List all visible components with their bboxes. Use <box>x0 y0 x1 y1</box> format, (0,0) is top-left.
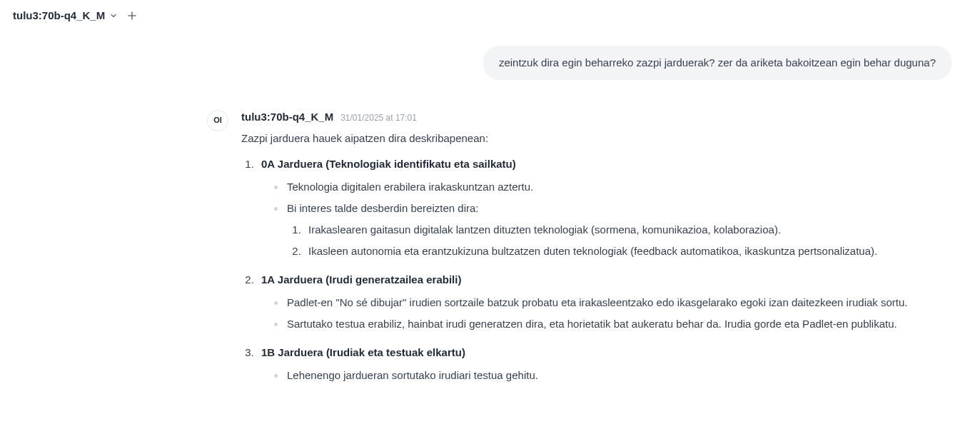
list-item: 0A Jarduera (Teknologiak identifikatu et… <box>257 156 959 260</box>
chat-container: zeintzuk dira egin beharreko zazpi jardu… <box>0 31 980 410</box>
bullet-list: Lehenengo jardueran sortutako irudiari t… <box>261 367 959 384</box>
bullet-text: Bi interes talde desberdin bereizten dir… <box>287 202 479 214</box>
activity-list: 0A Jarduera (Teknologiak identifikatu et… <box>241 156 959 384</box>
assistant-header: tulu3:70b-q4_K_M 31/01/2025 at 17:01 <box>241 108 959 126</box>
user-message-row: zeintzuk dira egin beharreko zazpi jardu… <box>21 46 959 80</box>
activity-title: 0A Jarduera (Teknologiak identifikatu et… <box>261 158 516 170</box>
chevron-down-icon <box>109 11 118 20</box>
assistant-timestamp: 31/01/2025 at 17:01 <box>340 111 417 125</box>
assistant-message-row: OI tulu3:70b-q4_K_M 31/01/2025 at 17:01 … <box>21 108 959 395</box>
list-item: Ikasleen autonomia eta erantzukizuna bul… <box>304 243 959 260</box>
list-item: 1B Jarduera (Irudiak eta testuak elkartu… <box>257 344 959 384</box>
assistant-intro: Zazpi jarduera hauek aipatzen dira deskr… <box>241 130 959 147</box>
list-item: Sartutako testua erabiliz, hainbat irudi… <box>273 316 959 333</box>
list-item: Irakaslearen gaitasun digitalak lantzen … <box>304 221 959 238</box>
nested-list: Irakaslearen gaitasun digitalak lantzen … <box>287 221 959 260</box>
user-message-text: zeintzuk dira egin beharreko zazpi jardu… <box>499 56 936 69</box>
list-item: Bi interes talde desberdin bereizten dir… <box>273 200 959 260</box>
header-bar: tulu3:70b-q4_K_M <box>0 0 980 31</box>
assistant-name-label: tulu3:70b-q4_K_M <box>241 108 333 126</box>
avatar-text: OI <box>213 114 222 127</box>
new-chat-button[interactable] <box>125 9 139 23</box>
model-name-label: tulu3:70b-q4_K_M <box>13 7 105 24</box>
model-selector[interactable]: tulu3:70b-q4_K_M <box>13 7 118 24</box>
list-item: Teknologia digitalen erabilera irakaskun… <box>273 178 959 196</box>
list-item: Padlet-en "No sé dibujar" irudien sortza… <box>273 294 959 311</box>
user-message-bubble: zeintzuk dira egin beharreko zazpi jardu… <box>483 46 951 80</box>
bullet-list: Padlet-en "No sé dibujar" irudien sortza… <box>261 294 959 333</box>
assistant-content: tulu3:70b-q4_K_M 31/01/2025 at 17:01 Zaz… <box>241 108 959 395</box>
list-item: Lehenengo jardueran sortutako irudiari t… <box>273 367 959 384</box>
activity-title: 1B Jarduera (Irudiak eta testuak elkartu… <box>261 346 465 358</box>
list-item: 1A Jarduera (Irudi generatzailea erabili… <box>257 271 959 333</box>
activity-title: 1A Jarduera (Irudi generatzailea erabili… <box>261 273 461 286</box>
avatar: OI <box>207 110 228 131</box>
bullet-list: Teknologia digitalen erabilera irakaskun… <box>261 178 959 260</box>
